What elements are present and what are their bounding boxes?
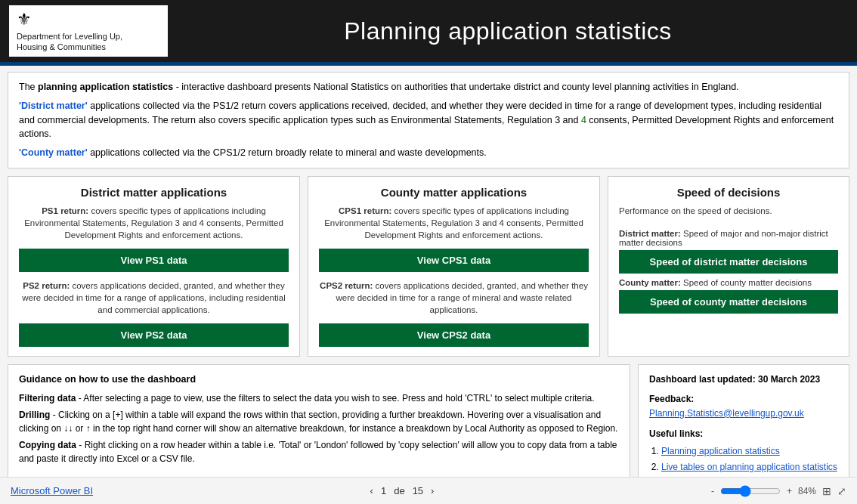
zoom-slider[interactable] (720, 485, 781, 497)
county-cps2-desc: CPS2 return: covers applications decided… (319, 280, 589, 316)
guidance-box: Guidance on how to use the dashboard Fil… (8, 364, 630, 477)
dashboard-updated: Dashboard last updated: 30 March 2023 (649, 373, 838, 387)
bottom-row: Guidance on how to use the dashboard Fil… (8, 364, 849, 477)
guidance-filtering: Filtering data - After selecting a page … (19, 391, 619, 405)
county-card-title: County matter applications (319, 186, 589, 199)
useful-links-list: Planning application statistics Live tab… (649, 444, 838, 477)
county-card: County matter applications CPS1 return: … (308, 176, 600, 357)
speed-district-label: District matter: Speed of major and non-… (619, 229, 838, 247)
main-content: The planning application statistics - in… (0, 66, 857, 477)
logo-box: ⚜ Department for Levelling Up, Housing &… (9, 5, 168, 57)
page-total: 15 (413, 485, 423, 496)
fullscreen-button[interactable]: ⤢ (837, 485, 846, 497)
feedback-line: Feedback: Planning.Statistics@levellingu… (649, 392, 838, 421)
page-title: Planning application statistics (168, 17, 848, 45)
next-page-button[interactable]: › (431, 485, 434, 496)
info-box: Dashboard last updated: 30 March 2023 Fe… (638, 364, 849, 477)
page-current: 1 (381, 485, 386, 496)
useful-link-2: Live tables on planning application stat… (661, 460, 838, 475)
useful-links-title: Useful links: (649, 427, 838, 441)
district-card-title: District matter applications (19, 186, 289, 199)
guidance-copying: Copying data - Right clicking on a row h… (19, 438, 619, 465)
district-card: District matter applications PS1 return:… (8, 176, 300, 357)
dept-name: Department for Levelling Up, Housing & C… (17, 31, 122, 53)
powerbi-link[interactable]: Microsoft Power BI (11, 485, 93, 496)
feedback-email-link[interactable]: Planning.Statistics@levellingup.gov.uk (649, 408, 804, 419)
header: ⚜ Department for Levelling Up, Housing &… (0, 0, 857, 62)
page-sep: de (394, 485, 404, 496)
fit-page-button[interactable]: ⊞ (822, 485, 831, 497)
speed-county-label: County matter: Speed of county matter de… (619, 278, 838, 287)
footer: Microsoft Power BI ‹ 1 de 15 › - + 84% ⊞… (0, 477, 857, 504)
speed-district-button[interactable]: Speed of district matter decisions (619, 250, 838, 274)
cards-row: District matter applications PS1 return:… (8, 176, 849, 357)
district-ps1-desc: PS1 return: covers specific types of app… (19, 205, 289, 241)
intro-para3: 'County matter' applications collected v… (19, 146, 838, 160)
speed-county-button[interactable]: Speed of county matter decisions (619, 290, 838, 314)
guidance-drilling: Drilling - Clicking on a [+] within a ta… (19, 408, 619, 435)
crown-icon: ⚜ (17, 10, 32, 29)
intro-para1: The planning application statistics - in… (19, 80, 838, 94)
district-ps2-desc: PS2 return: covers applications decided,… (19, 280, 289, 316)
speed-district-section: District matter: Speed of major and non-… (619, 229, 838, 274)
intro-box: The planning application statistics - in… (8, 72, 849, 169)
speed-desc: Performance on the speed of decisions. (619, 205, 838, 217)
intro-para2: 'District matter' applications collected… (19, 99, 838, 141)
useful-link-1: Planning application statistics (661, 444, 838, 459)
view-cps2-button[interactable]: View CPS2 data (319, 323, 589, 347)
speed-county-section: County matter: Speed of county matter de… (619, 278, 838, 314)
intro-bold1: planning application statistics (38, 82, 173, 92)
zoom-plus[interactable]: + (787, 486, 792, 496)
speed-card-title: Speed of decisions (619, 186, 838, 199)
prev-page-button[interactable]: ‹ (370, 485, 373, 496)
view-ps1-button[interactable]: View PS1 data (19, 249, 289, 272)
county-cps1-desc: CPS1 return: covers specific types of ap… (319, 205, 589, 241)
view-ps2-button[interactable]: View PS2 data (19, 323, 289, 347)
speed-card: Speed of decisions Performance on the sp… (608, 176, 849, 357)
view-cps1-button[interactable]: View CPS1 data (319, 249, 589, 272)
page-nav: ‹ 1 de 15 › (370, 485, 435, 496)
footer-right: - + 84% ⊞ ⤢ (711, 485, 846, 497)
zoom-level: 84% (798, 486, 816, 496)
zoom-minus[interactable]: - (711, 486, 714, 496)
guidance-title: Guidance on how to use the dashboard (19, 373, 619, 387)
